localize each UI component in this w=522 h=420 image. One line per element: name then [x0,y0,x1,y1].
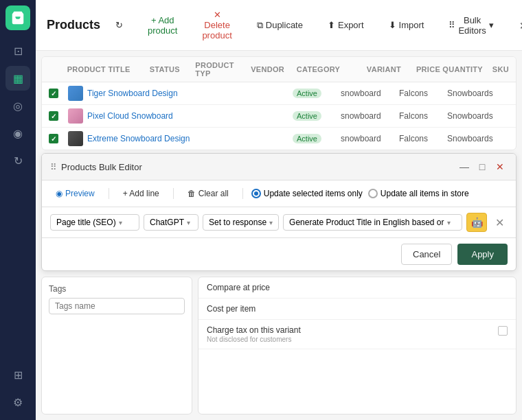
cost-per-item[interactable]: Cost per item [198,299,516,320]
template-selector[interactable]: Generate Product Title in English based … [283,214,462,231]
col-header-variant: VARIANT [355,65,401,73]
robot-icon: 🤖 [471,217,483,228]
status-badge-2: Active [293,111,321,121]
update-all-option[interactable]: Update all items in store [368,189,469,198]
product-name-1[interactable]: Tiger Snowboard Design [87,89,178,98]
toolbar-sep-1 [109,188,109,199]
trash-icon: 🗑 [188,189,196,198]
sync-icon: ↻ [14,154,23,167]
field-selector[interactable]: Page title (SEO) ▾ [50,214,139,231]
bulk-editors-icon: ⠿ [449,20,455,30]
maximize-button[interactable]: □ [475,159,490,174]
radio-all-dot [368,189,378,198]
chevron-down-icon: ▾ [447,219,451,226]
product-thumb-2 [68,108,83,124]
vendor-1: Falcons [399,89,447,98]
minimize-button[interactable]: — [457,159,472,174]
bulk-editor-row: Page title (SEO) ▾ ChatGPT ▾ Set to resp… [42,207,516,237]
grid-icon: ⊡ [14,45,23,58]
gpt-run-button[interactable]: 🤖 [466,213,487,232]
sidebar-item-dashboard[interactable]: ⊡ [5,38,30,63]
apps-icon: ⊞ [14,369,23,382]
product-thumb-1 [68,86,83,101]
row-checkbox-3[interactable] [49,134,58,143]
product-type-1: snowboard [341,89,399,98]
sidebar-item-products[interactable]: ▦ [5,66,30,91]
vendor-2: Falcons [399,111,447,121]
bulk-editor-panel: ⠿ Products Bulk Editor — □ ✕ ◉ Preview +… [41,153,517,271]
charge-tax-sublabel: Not disclosed for customers [207,336,301,343]
table-row: Extreme Snowboard Design Active snowboar… [42,128,516,150]
import-button[interactable]: ⬇ Import [385,17,429,33]
chevron-down-icon: ▾ [269,219,273,226]
products-icon: ▦ [13,72,23,85]
refresh-button[interactable]: ↻ [111,17,127,33]
product-name-3[interactable]: Extreme Snowboard Design [87,134,190,143]
chatgpt-selector[interactable]: ChatGPT ▾ [144,214,198,231]
product-name-2[interactable]: Pixel Cloud Snowboard [87,111,173,121]
col-header-quantity: QUANTITY [440,65,483,73]
toolbar-sep-3 [242,188,243,199]
charge-tax-label: Charge tax on this variant [207,325,301,335]
action-selector[interactable]: Set to response ▾ [203,214,279,231]
charge-tax-item[interactable]: Charge tax on this variant Not disclosed… [198,320,516,349]
table-header: PRODUCT TITLE STATUS PRODUCT TYP VENDOR … [42,57,516,82]
sidebar-item-analytics[interactable]: ◎ [5,93,30,118]
eye-icon: ◉ [56,189,63,198]
col-header-category: CATEGORY [297,65,356,73]
col-header-sku: SKU [483,65,509,73]
row-checkbox-1[interactable] [49,89,58,98]
row-checkbox-2[interactable] [49,111,58,121]
sidebar-item-location[interactable]: ◉ [5,121,30,145]
import-icon: ⬇ [389,20,396,30]
category-1: Snowboards [447,89,509,98]
duplicate-button[interactable]: ⧉ Duplicate [253,17,307,34]
product-type-2: snowboard [341,111,399,121]
col-header-type: PRODUCT TYP [195,61,251,78]
sidebar: ⊡ ▦ ◎ ◉ ↻ ⊞ ⚙ [0,0,36,420]
chevron-down-icon: ▾ [187,219,190,226]
export-button[interactable]: ⬆ Export [324,17,368,33]
col-header-title: PRODUCT TITLE [67,65,150,73]
bulk-panel-title: ⠿ Products Bulk Editor [50,162,142,172]
clear-all-button[interactable]: 🗑 Clear all [182,186,234,201]
table-row: Pixel Cloud Snowboard Active snowboard F… [42,105,516,128]
delete-row-button[interactable]: ✕ [491,214,508,231]
table-row: Tiger Snowboard Design Active snowboard … [42,82,516,105]
sidebar-item-apps[interactable]: ⊞ [5,362,30,387]
status-badge-3: Active [293,134,321,143]
product-thumb-3 [68,131,83,146]
settings-icon: ⚙ [13,396,23,409]
cancel-button[interactable]: Cancel [401,244,452,265]
charge-tax-label-group: Charge tax on this variant Not disclosed… [207,325,301,343]
col-header-status: STATUS [150,65,196,73]
add-product-button[interactable]: + Add product [144,12,181,38]
vendor-3: Falcons [399,134,447,143]
bulk-editors-button[interactable]: ⠿ Bulk Editors ▾ [444,12,497,38]
refresh-icon: ↻ [115,20,123,30]
update-selected-option[interactable]: Update selected items only [251,189,363,198]
main-content: Products ↻ + Add product ✕ Delete produc… [36,0,522,420]
sidebar-item-settings[interactable]: ⚙ [5,390,30,415]
location-icon: ◉ [13,127,23,140]
right-panel: Compare at price Cost per item Charge ta… [198,277,517,415]
compare-price-item[interactable]: Compare at price [198,277,516,299]
preview-button[interactable]: ◉ Preview [50,186,100,201]
export-icon: ⬆ [328,20,335,30]
charge-tax-checkbox[interactable] [498,326,508,336]
add-line-button[interactable]: + Add line [117,186,165,201]
delete-product-button[interactable]: ✕ Delete product [198,7,236,43]
filter-button[interactable]: ⧖ Filter [514,17,522,34]
logo-icon [10,10,25,25]
sidebar-logo[interactable] [5,5,30,30]
tags-section: Tags [41,277,192,415]
category-2: Snowboards [447,111,509,121]
duplicate-icon: ⧉ [257,20,263,31]
chevron-down-icon: ▾ [119,219,122,226]
tags-input[interactable] [49,298,185,314]
sidebar-item-sync[interactable]: ↻ [5,148,30,173]
topbar: Products ↻ + Add product ✕ Delete produc… [36,0,522,51]
apply-button[interactable]: Apply [457,244,508,265]
close-button[interactable]: ✕ [492,159,508,174]
col-header-price: PRICE [401,65,440,73]
